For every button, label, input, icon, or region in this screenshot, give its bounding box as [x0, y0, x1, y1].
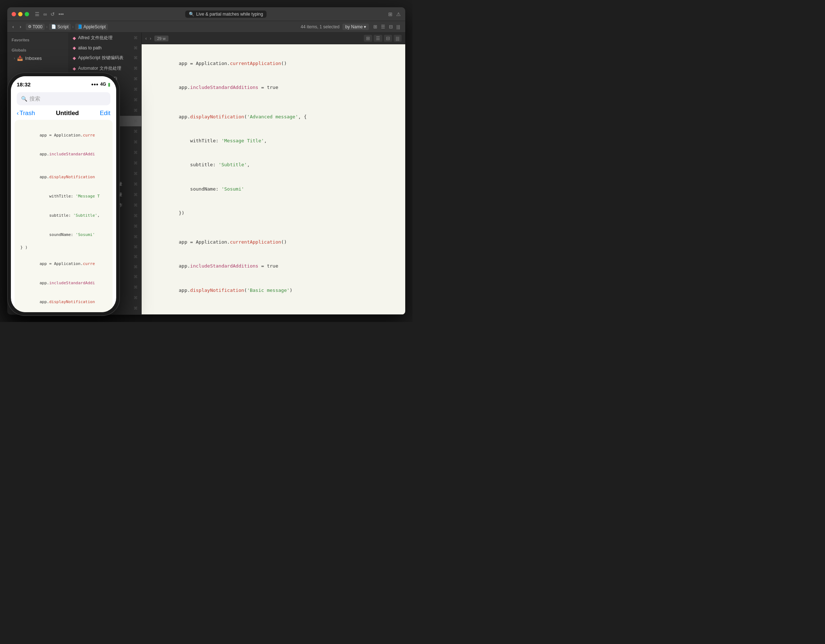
breadcrumb-applescript[interactable]: 📘 AppleScript [75, 23, 108, 30]
list-item-shortcut: ⌘ [134, 295, 138, 300]
code-blank-2 [150, 225, 397, 230]
list-item-icon: ◆ [73, 36, 76, 41]
expand-arrow-icon: › [14, 56, 15, 60]
breadcrumb-script-label: Script [57, 24, 69, 29]
iphone-device: 18:32 ●●● 4G ▮ 🔍 搜索 ‹ Trash Untitled Edi… [7, 73, 120, 316]
toolbar: ‹ › ⚙ T000 › 📄 Script › 📘 AppleScript 44… [7, 21, 405, 32]
iphone-code-line-9: app.includeStandardAddi [20, 273, 107, 293]
link-icon[interactable]: ∞ [43, 11, 47, 17]
list-item-shortcut: ⌘ [134, 98, 138, 102]
forward-button[interactable]: › [18, 23, 23, 30]
sidebar-favorites-section: Favorites [7, 36, 69, 43]
code-line-1: app = Application.currentApplication() [150, 51, 397, 76]
code-line-8: app = Application.currentApplication() [150, 230, 397, 254]
list-item-shortcut: ⌘ [134, 36, 138, 40]
network-label: 4G [100, 82, 106, 87]
iphone-nav-title: Untitled [38, 110, 97, 117]
iphone-edit-button[interactable]: Edit [100, 110, 110, 117]
sidebar-toggle-icon[interactable]: ⊞ [388, 11, 392, 17]
applescript-icon: 📘 [77, 24, 82, 29]
list-item[interactable]: ◆ Automator 文件批处理 ⌘ [69, 63, 141, 74]
column-view-icon[interactable]: ⊟ [388, 23, 394, 30]
list-item-shortcut: ⌘ [134, 66, 138, 71]
list-item-shortcut: ⌘ [134, 46, 138, 51]
iphone-search-placeholder: 搜索 [29, 96, 40, 102]
inboxes-label: Inboxes [25, 56, 42, 61]
code-line-9: app.includeStandardAdditions = true [150, 254, 397, 278]
list-item[interactable]: ◆ Alfred 文件批处理 ⌘ [69, 32, 141, 43]
title-bar: ☰ ∞ ↺ ••• 🔍 Live & partial matches while… [7, 7, 405, 21]
list-item-shortcut: ⌘ [134, 265, 138, 269]
code-view-icon-2[interactable]: ☰ [374, 35, 382, 42]
script-icon: 📄 [51, 24, 56, 29]
iphone-search-bar[interactable]: 🔍 搜索 [17, 92, 110, 105]
list-item-name: Automator 文件批处理 [78, 65, 131, 71]
iphone-code-blank-1 [20, 164, 107, 168]
sidebar-item-inboxes[interactable]: › 📥 Inboxes [9, 54, 66, 63]
minimize-button[interactable] [18, 12, 23, 16]
list-icon[interactable]: ☰ [35, 11, 40, 17]
list-item-shortcut: ⌘ [134, 192, 138, 197]
globals-label: Globals [7, 46, 69, 54]
list-item-shortcut: ⌘ [134, 171, 138, 176]
breadcrumb-t000-label: T000 [33, 24, 42, 29]
breadcrumb-t000[interactable]: ⚙ T000 [26, 23, 45, 30]
iphone-status-right: ●●● 4G ▮ [91, 82, 110, 87]
breadcrumb-sep-1: › [46, 24, 48, 29]
code-panel: ‹ › 29 w ⊞ ☰ ⊟ ||| app = Application.cur… [142, 32, 405, 314]
list-item-shortcut: ⌘ [134, 140, 138, 145]
close-button[interactable] [12, 12, 16, 16]
list-item-shortcut: ⌘ [134, 213, 138, 218]
next-icon[interactable]: › [150, 36, 151, 41]
traffic-lights [12, 12, 29, 16]
list-item-shortcut: ⌘ [134, 150, 138, 155]
breadcrumb-applescript-label: AppleScript [83, 24, 106, 29]
list-item-shortcut: ⌘ [134, 285, 138, 290]
iphone-code-line-2: app.includeStandardAddi [20, 145, 107, 164]
list-item[interactable]: ◆ AppleScript 按键编码表 ⌘ [69, 53, 141, 63]
iphone-time: 18:32 [17, 81, 31, 88]
sort-button[interactable]: by Name ▾ [342, 23, 369, 30]
list-item-shortcut: ⌘ [134, 119, 138, 124]
iphone-nav: ‹ Trash Untitled Edit [11, 108, 116, 120]
back-label: Trash [20, 110, 35, 117]
list-view-icon[interactable]: ☰ [380, 23, 387, 30]
search-label: Live & partial matches while typing [196, 12, 263, 17]
back-chevron-icon: ‹ [17, 110, 19, 117]
search-box[interactable]: 🔍 Live & partial matches while typing [185, 11, 267, 18]
iphone-code-line-4: withTitle: 'Message T [20, 187, 107, 206]
list-item-shortcut: ⌘ [134, 56, 138, 60]
iphone-code-line-5: subtitle: 'Subtitle', [20, 206, 107, 225]
iphone-status-bar: 18:32 ●●● 4G ▮ [11, 76, 116, 92]
list-item-name: AppleScript 按键编码表 [78, 55, 131, 61]
code-line-10: app.displayNotification('Basic message') [150, 278, 397, 303]
code-view-icon-3[interactable]: ⊟ [384, 35, 392, 42]
iphone-code-line-10: app.displayNotification [20, 293, 107, 312]
iphone-search-icon: 🔍 [21, 96, 27, 102]
warning-icon[interactable]: ⚠ [396, 11, 401, 17]
back-button[interactable]: ‹ [11, 23, 15, 30]
list-item-shortcut: ⌘ [134, 306, 138, 311]
code-line-6: soundName: 'Sosumi' [150, 177, 397, 201]
prev-icon[interactable]: ‹ [145, 36, 147, 41]
title-bar-right: ⊞ ⚠ [388, 11, 401, 17]
breadcrumb-script[interactable]: 📄 Script [49, 23, 71, 30]
code-toolbar: ‹ › 29 w ⊞ ☰ ⊟ ||| [142, 32, 405, 44]
code-view-icon-1[interactable]: ⊞ [364, 35, 372, 42]
iphone-code-line-3: app.displayNotification [20, 168, 107, 187]
list-item[interactable]: ◆ alias to path ⌘ [69, 43, 141, 53]
more-icon[interactable]: ••• [59, 11, 64, 17]
gallery-view-icon[interactable]: ||| [395, 23, 402, 30]
sort-arrow-icon: ▾ [364, 24, 366, 29]
list-item-name: Alfred 文件批处理 [78, 35, 131, 41]
iphone-back-button[interactable]: ‹ Trash [17, 110, 35, 117]
code-view-icon-4[interactable]: ||| [394, 35, 402, 42]
list-item-shortcut: ⌘ [134, 161, 138, 165]
grid-view-icon[interactable]: ⊞ [372, 23, 379, 30]
iphone-code-content: app = Application.curre app.includeStand… [14, 120, 113, 312]
signal-icon: ●●● [91, 82, 99, 86]
list-item-shortcut: ⌘ [134, 87, 138, 92]
iphone-code-line-8: app = Application.curre [20, 254, 107, 273]
undo-icon[interactable]: ↺ [51, 11, 55, 17]
maximize-button[interactable] [25, 12, 29, 16]
